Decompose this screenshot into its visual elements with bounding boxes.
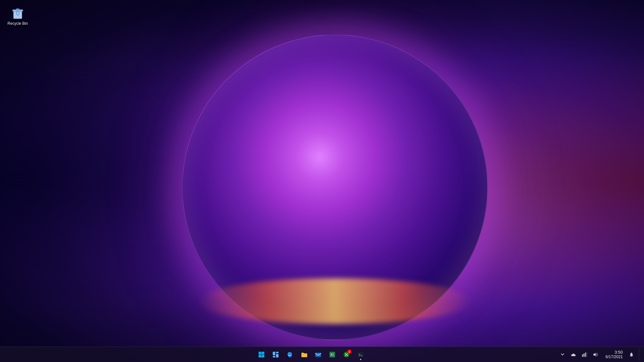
recycle-bin-icon[interactable]: Recycle Bin [3, 4, 32, 28]
network-tray-icon[interactable] [580, 348, 589, 361]
svg-rect-14 [358, 352, 364, 357]
show-hidden-icons-button[interactable] [558, 348, 567, 361]
widgets-button[interactable] [269, 348, 282, 361]
svg-rect-0 [14, 11, 22, 19]
clock-time: 3:50 [615, 350, 623, 355]
svg-rect-9 [276, 354, 279, 357]
svg-rect-6 [262, 355, 265, 357]
notification-center-button[interactable] [627, 348, 636, 361]
show-desktop-button[interactable] [639, 348, 641, 361]
recycle-bin-graphic [10, 5, 25, 20]
clock-area[interactable]: 3:50 6/17/2021 [602, 349, 625, 360]
onedrive-tray-icon[interactable] [569, 348, 578, 361]
desktop: Recycle Bin [0, 0, 644, 362]
file-explorer-button[interactable] [298, 348, 310, 361]
svg-rect-4 [262, 352, 265, 355]
svg-rect-15 [582, 354, 583, 357]
svg-rect-17 [585, 352, 586, 357]
svg-rect-3 [259, 352, 261, 355]
clock-date: 6/17/2021 [606, 355, 623, 359]
svg-rect-5 [259, 355, 261, 357]
svg-rect-7 [273, 352, 275, 355]
terminal-button[interactable] [354, 348, 367, 361]
start-button[interactable] [255, 348, 268, 361]
taskbar-center: 2 [255, 348, 367, 361]
excel-button[interactable] [326, 348, 339, 361]
tray-icons [558, 348, 600, 361]
wallpaper-sphere [182, 34, 488, 340]
svg-rect-18 [586, 352, 587, 357]
mail-button[interactable] [312, 348, 325, 361]
edge-button[interactable] [283, 348, 296, 361]
svg-rect-8 [276, 352, 279, 353]
svg-rect-10 [273, 356, 275, 357]
taskbar: 2 [0, 347, 644, 362]
xbox-button[interactable]: 2 [340, 348, 353, 361]
svg-rect-11 [315, 353, 321, 357]
xbox-badge: 2 [347, 349, 352, 354]
taskbar-right: 3:50 6/17/2021 [558, 348, 644, 361]
svg-rect-2 [16, 9, 19, 10]
volume-tray-icon[interactable] [591, 348, 600, 361]
svg-rect-16 [583, 353, 584, 357]
recycle-bin-label: Recycle Bin [7, 21, 28, 26]
